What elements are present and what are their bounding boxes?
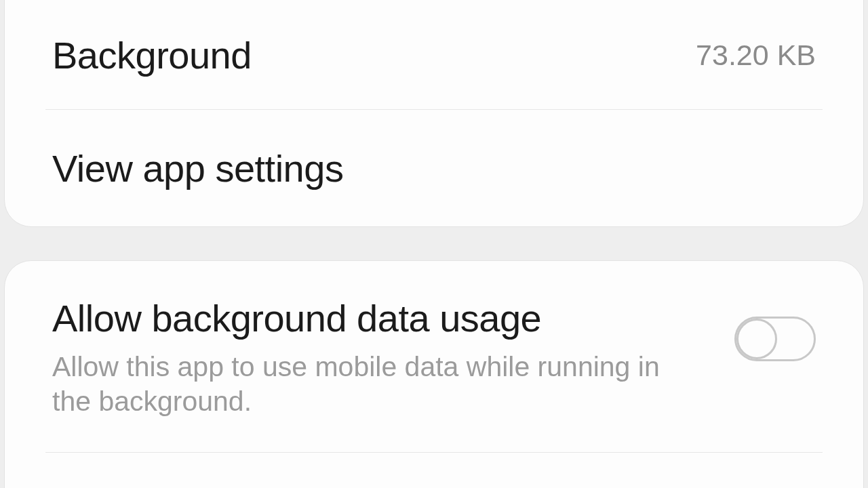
view-app-settings-row[interactable]: View app settings: [5, 110, 863, 226]
background-data-card: Allow background data usage Allow this a…: [4, 260, 864, 488]
view-app-settings-label: View app settings: [52, 146, 343, 190]
allow-background-data-toggle[interactable]: [734, 317, 816, 361]
background-usage-row[interactable]: Background 73.20 KB: [5, 1, 863, 109]
allow-background-data-subtitle: Allow this app to use mobile data while …: [52, 350, 690, 420]
background-usage-value: 73.20 KB: [696, 39, 816, 72]
background-usage-label: Background: [52, 33, 252, 77]
allow-background-data-title: Allow background data usage: [52, 296, 707, 340]
toggle-knob: [736, 319, 777, 359]
allow-background-data-row[interactable]: Allow background data usage Allow this a…: [5, 261, 863, 420]
data-usage-card: Background 73.20 KB View app settings: [4, 0, 864, 227]
divider: [45, 452, 823, 453]
